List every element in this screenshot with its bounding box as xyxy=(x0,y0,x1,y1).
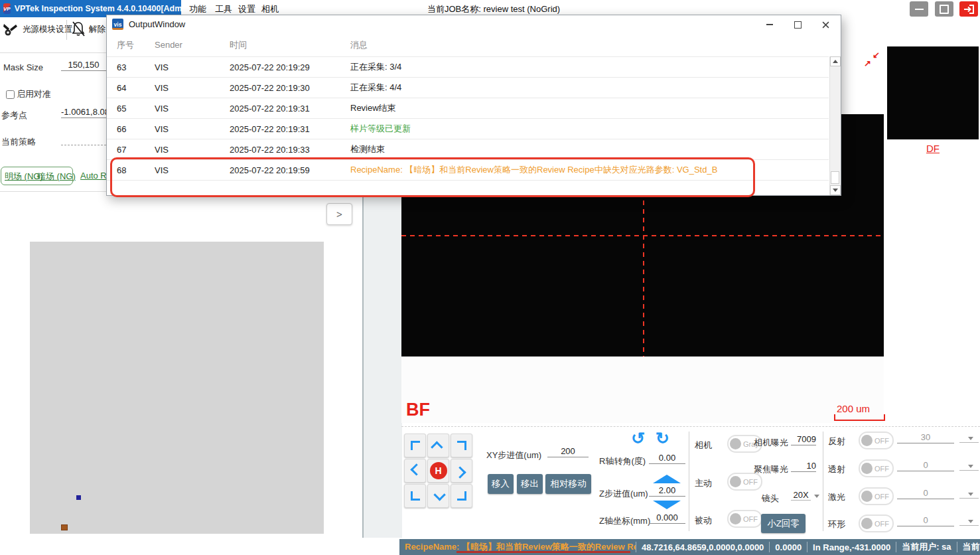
light-module-settings-button[interactable]: 光源模块设置 xyxy=(3,21,72,37)
cell-id: 65 xyxy=(117,104,155,114)
xy-nav-pad: H xyxy=(404,434,472,508)
scrollbar-thumb[interactable] xyxy=(831,171,839,184)
scroll-up-button[interactable] xyxy=(830,56,841,66)
move-out-button[interactable]: 移出 xyxy=(517,474,543,494)
menu-tools[interactable]: 工具 xyxy=(215,3,232,15)
enable-align-label: 启用对准 xyxy=(17,88,51,100)
rotate-ccw-button[interactable]: ↺ xyxy=(631,430,645,447)
toggle-knob xyxy=(861,463,873,474)
minimize-icon xyxy=(766,24,773,25)
camera-exposure-label: 相机曝光 xyxy=(754,437,788,449)
dropdown-caret-icon[interactable] xyxy=(968,520,973,523)
relative-move-button[interactable]: 相对移动 xyxy=(545,474,591,494)
up-right-icon xyxy=(457,441,466,450)
col-message: 消息 xyxy=(350,39,829,51)
move-up-right-button[interactable] xyxy=(451,434,472,457)
menu-function[interactable]: 功能 xyxy=(189,3,206,15)
light-laser-value[interactable] xyxy=(897,488,954,499)
cell-time: 2025-07-22 20:19:30 xyxy=(230,83,350,93)
toggle-state: OFF xyxy=(875,465,889,473)
log-row[interactable]: 63 VIS 2025-07-22 20:19:29 正在采集: 3/4 xyxy=(107,56,829,77)
exit-button[interactable] xyxy=(959,1,978,17)
scroll-down-button[interactable] xyxy=(830,185,841,195)
cell-time: 2025-07-22 20:19:29 xyxy=(230,62,350,72)
lens-dropdown[interactable]: 20X xyxy=(791,490,811,501)
z-home-button[interactable]: 小Z回零 xyxy=(761,514,805,533)
move-up-left-button[interactable] xyxy=(404,434,426,457)
cell-message: 检测结束 xyxy=(350,143,829,155)
menu-camera[interactable]: 相机 xyxy=(261,3,279,15)
light-ring-value[interactable] xyxy=(897,515,954,526)
move-down-right-button[interactable] xyxy=(451,484,472,508)
output-window-title: OutputWindow xyxy=(129,19,185,29)
rotate-cw-button[interactable]: ↻ xyxy=(656,430,669,447)
dropdown-caret-icon[interactable] xyxy=(968,493,973,496)
dialog-close-button[interactable] xyxy=(819,19,831,30)
log-row[interactable]: 64 VIS 2025-07-22 20:19:30 正在采集: 4/4 xyxy=(107,77,829,98)
camera-exposure-input[interactable] xyxy=(791,434,816,445)
enable-align-checkbox[interactable] xyxy=(6,90,15,99)
dismiss-alarm-button[interactable]: 解除 xyxy=(70,21,105,38)
dropdown-caret-icon[interactable] xyxy=(968,437,973,440)
exit-icon xyxy=(963,5,974,14)
bell-slash-icon xyxy=(70,21,86,38)
dropdown-caret-icon[interactable] xyxy=(968,465,973,468)
panel-splitter[interactable] xyxy=(362,195,402,538)
move-in-button[interactable]: 移入 xyxy=(488,474,514,494)
wafer-map[interactable] xyxy=(30,242,324,534)
output-window-title-bar[interactable]: vis OutputWindow xyxy=(107,15,841,33)
menu-settings[interactable]: 设置 xyxy=(238,3,255,15)
light-laser-toggle[interactable]: OFF xyxy=(859,487,894,505)
move-down-left-button[interactable] xyxy=(404,484,426,508)
dark-field-link[interactable]: 暗场 (NG) xyxy=(37,171,76,183)
xy-step-input[interactable] xyxy=(547,446,589,457)
ref-point-input[interactable] xyxy=(61,107,106,118)
light-transmit-toggle[interactable]: OFF xyxy=(859,459,894,477)
log-row[interactable]: 65 VIS 2025-07-22 20:19:31 Review结束 xyxy=(107,98,829,118)
r-angle-input[interactable] xyxy=(649,453,685,464)
light-reflect-value[interactable] xyxy=(897,432,954,443)
move-right-button[interactable] xyxy=(451,459,472,483)
cell-time: 2025-07-22 20:19:31 xyxy=(230,124,350,134)
z-step-input[interactable] xyxy=(649,485,685,497)
z-step-up-button[interactable] xyxy=(653,475,681,483)
df-label[interactable]: DF xyxy=(926,143,940,154)
collapse-panel-button[interactable]: > xyxy=(326,203,352,225)
light-transmit-value[interactable] xyxy=(897,460,954,471)
z-step-down-button[interactable] xyxy=(653,501,681,509)
maximize-button[interactable] xyxy=(935,1,953,17)
df-camera-thumbnail[interactable] xyxy=(887,46,979,139)
focus-exposure-input[interactable] xyxy=(791,461,816,472)
move-down-button[interactable] xyxy=(427,484,449,508)
xy-step-label: XY步进值(um) xyxy=(486,449,541,461)
light-ring-toggle[interactable]: OFF xyxy=(859,515,894,532)
lens-dropdown-caret-icon[interactable] xyxy=(814,495,819,498)
mask-size-input[interactable] xyxy=(61,60,106,71)
panel-divider-2 xyxy=(0,191,106,192)
log-row[interactable]: 66 VIS 2025-07-22 20:19:31 样片等级已更新 xyxy=(107,118,829,139)
expand-view-icon[interactable]: ↗ xyxy=(864,59,871,68)
home-button[interactable]: H xyxy=(427,459,449,483)
auto-review-link[interactable]: Auto R xyxy=(80,171,107,181)
maximize-icon xyxy=(794,21,802,29)
bf-label: BF xyxy=(406,400,430,420)
move-left-button[interactable] xyxy=(404,459,426,483)
die-marker-orange[interactable] xyxy=(61,524,68,530)
light-reflect-toggle[interactable]: OFF xyxy=(859,432,894,449)
move-up-button[interactable] xyxy=(427,434,449,457)
die-marker-blue[interactable] xyxy=(76,495,81,500)
dialog-scrollbar[interactable] xyxy=(829,56,841,195)
controls-divider-2 xyxy=(823,432,823,531)
passive-toggle[interactable]: OFF xyxy=(727,510,762,528)
dialog-minimize-button[interactable] xyxy=(764,19,776,30)
z-pos-input[interactable] xyxy=(649,513,685,524)
lens-label: 镜头 xyxy=(762,493,779,505)
status-time: 当前时间: 20:20:12 xyxy=(957,541,980,553)
dialog-maximize-button[interactable] xyxy=(792,19,804,30)
active-toggle[interactable]: OFF xyxy=(727,473,762,491)
collapse-view-icon[interactable]: ↙ xyxy=(873,50,880,59)
scroll-down-icon xyxy=(833,189,838,192)
log-row[interactable]: 67 VIS 2025-07-22 20:19:33 检测结束 xyxy=(107,139,829,159)
minimize-button[interactable] xyxy=(910,1,928,17)
left-icon xyxy=(410,463,422,475)
